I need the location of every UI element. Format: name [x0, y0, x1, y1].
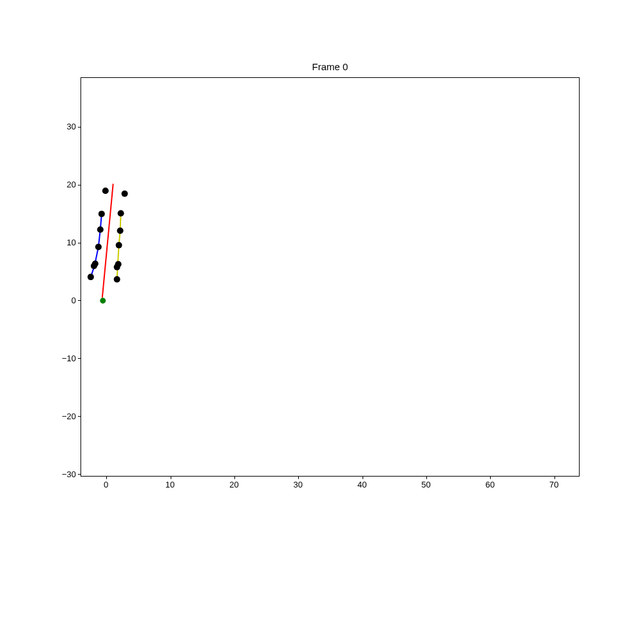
x-tick — [106, 476, 107, 479]
black-dots-point — [92, 260, 99, 267]
plot-area — [80, 77, 580, 477]
y-tick-label: −20 — [62, 411, 76, 421]
y-tick — [78, 358, 81, 359]
black-dots-point — [102, 187, 109, 194]
x-tick — [554, 476, 555, 479]
y-tick — [78, 243, 81, 243]
x-tick-label: 20 — [229, 480, 238, 489]
y-tick-label: −10 — [62, 353, 76, 363]
x-tick — [234, 476, 235, 479]
y-tick-label: 30 — [67, 122, 76, 131]
x-tick — [363, 476, 363, 479]
x-tick-label: 30 — [294, 480, 303, 489]
black-dots-point — [88, 274, 94, 280]
green-dot-point — [100, 298, 106, 303]
y-tick — [78, 300, 81, 301]
red-line — [102, 184, 113, 298]
y-tick-label: −30 — [62, 469, 76, 478]
black-dots-point — [95, 243, 102, 250]
y-tick — [78, 474, 81, 475]
x-tick — [426, 476, 427, 479]
chart-title: Frame 0 — [80, 61, 580, 72]
x-tick-label: 10 — [166, 480, 175, 489]
black-dots-point — [122, 191, 128, 197]
y-tick — [78, 416, 81, 417]
y-tick-label: 0 — [71, 295, 76, 305]
black-dots-point — [97, 226, 104, 232]
y-tick — [78, 127, 81, 128]
black-dots-point — [118, 210, 124, 216]
chart-container — [80, 77, 580, 477]
y-tick — [78, 185, 81, 185]
x-tick-label: 0 — [104, 480, 108, 489]
y-tick-label: 10 — [67, 238, 76, 247]
black-dots-point — [116, 242, 122, 249]
x-tick-label: 40 — [357, 480, 366, 489]
x-tick — [490, 476, 491, 479]
black-dots-point — [114, 264, 120, 270]
x-tick-label: 70 — [549, 480, 558, 489]
x-tick-label: 60 — [486, 480, 495, 489]
x-tick — [171, 476, 171, 479]
plot-svg — [81, 78, 579, 476]
black-dots-point — [99, 211, 105, 217]
black-dots-point — [117, 227, 124, 234]
y-tick-label: 20 — [67, 180, 76, 189]
x-tick — [298, 476, 299, 479]
x-tick-label: 50 — [421, 480, 430, 489]
black-dots-point — [114, 276, 120, 283]
